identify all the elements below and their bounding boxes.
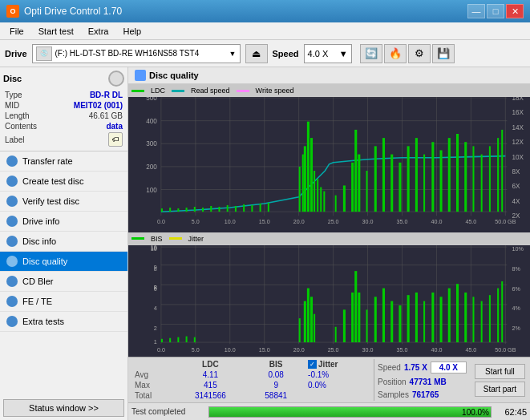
- svg-rect-86: [489, 146, 491, 212]
- svg-text:35.0: 35.0: [397, 345, 408, 353]
- svg-text:8X: 8X: [512, 168, 521, 176]
- sidebar-item-create-test-disc[interactable]: Create test disc: [0, 172, 127, 192]
- svg-text:30.0: 30.0: [362, 219, 374, 225]
- eject-button[interactable]: ⏏: [245, 44, 268, 63]
- svg-rect-61: [299, 167, 301, 212]
- disc-section: Disc Type BD-R DL MID MEIT02 (001) Lengt…: [0, 67, 127, 151]
- svg-text:6X: 6X: [512, 184, 521, 191]
- menu-file[interactable]: File: [3, 25, 30, 38]
- write-speed-legend-color: [237, 90, 249, 92]
- svg-text:40.0: 40.0: [431, 345, 442, 353]
- svg-text:200: 200: [146, 164, 157, 171]
- sidebar-item-verify-test-disc[interactable]: Verify test disc: [0, 192, 127, 212]
- svg-rect-148: [358, 293, 360, 342]
- svg-rect-50: [218, 207, 220, 212]
- progress-label: Test completed: [131, 407, 204, 416]
- disc-info-icon: [6, 236, 18, 247]
- label-icon: 🏷: [108, 132, 123, 147]
- read-speed-legend-label: Read speed: [191, 87, 230, 95]
- svg-rect-45: [177, 208, 179, 212]
- close-button[interactable]: ✕: [506, 4, 524, 18]
- sidebar-item-transfer-rate[interactable]: Transfer rate: [0, 151, 127, 172]
- svg-text:6%: 6%: [512, 285, 521, 292]
- bottom-chart-container: BIS Jitter: [128, 232, 530, 357]
- settings-button[interactable]: ⚙: [408, 44, 431, 63]
- mid-label: MID: [5, 101, 19, 110]
- svg-rect-72: [374, 146, 377, 212]
- maximize-button[interactable]: □: [487, 4, 504, 18]
- svg-text:5.0: 5.0: [192, 219, 200, 225]
- svg-rect-52: [235, 206, 237, 212]
- svg-rect-140: [304, 301, 306, 341]
- svg-rect-62: [302, 155, 304, 212]
- drive-disc-icon: 💿: [36, 46, 52, 61]
- menu-start-test[interactable]: Start test: [32, 25, 80, 38]
- svg-rect-81: [448, 138, 451, 212]
- save-button[interactable]: 💾: [432, 44, 455, 63]
- svg-rect-158: [440, 297, 443, 342]
- refresh-button[interactable]: 🔄: [360, 44, 382, 63]
- extra-tests-icon: [6, 316, 18, 327]
- speed-selector[interactable]: 4.0 X ▼: [304, 44, 352, 63]
- svg-rect-136: [177, 337, 179, 341]
- svg-text:30.0: 30.0: [362, 345, 374, 353]
- sidebar-item-fe-te[interactable]: FE / TE: [0, 292, 127, 312]
- sidebar-item-disc-info[interactable]: Disc info: [0, 232, 127, 252]
- bis-legend-label: BIS: [151, 235, 163, 243]
- svg-rect-157: [431, 293, 434, 342]
- svg-rect-161: [464, 293, 467, 342]
- svg-rect-159: [448, 288, 451, 342]
- svg-rect-73: [382, 138, 385, 212]
- start-full-button[interactable]: Start full: [475, 364, 525, 379]
- svg-rect-135: [169, 337, 171, 341]
- speed-row-value1: 1.75 X: [404, 363, 427, 372]
- disc-quality-label: Disc quality: [22, 256, 67, 266]
- disc-section-label: Disc: [3, 74, 22, 83]
- drive-info-icon: [6, 216, 18, 227]
- ldc-legend-color: [131, 90, 144, 92]
- menu-help[interactable]: Help: [116, 25, 148, 38]
- svg-rect-79: [431, 142, 434, 212]
- svg-text:4%: 4%: [512, 305, 521, 312]
- speed-row: Speed 1.75 X 4.0 X: [378, 361, 467, 374]
- disc-quality-icon: [6, 256, 18, 267]
- svg-rect-144: [335, 326, 337, 341]
- fe-te-label: FE / TE: [22, 297, 52, 306]
- length-label: Length: [5, 111, 30, 120]
- label-label: Label: [5, 135, 24, 144]
- progress-track: 100.0%: [208, 406, 492, 418]
- drive-dropdown-arrow: ▼: [229, 50, 237, 58]
- svg-text:6: 6: [154, 285, 157, 292]
- menu-extra[interactable]: Extra: [82, 25, 115, 38]
- svg-rect-142: [310, 297, 313, 342]
- avg-jitter: -0.1%: [305, 370, 370, 380]
- title-bar: O Opti Drive Control 1.70 — □ ✕: [0, 0, 530, 22]
- total-bis: 58841: [247, 390, 305, 401]
- svg-text:20.0: 20.0: [293, 345, 305, 353]
- samples-label: Samples: [378, 390, 409, 399]
- drive-selector[interactable]: 💿 (F:) HL-DT-ST BD-RE WH16NS58 TST4 ▼: [32, 44, 241, 63]
- svg-rect-165: [497, 288, 499, 342]
- ldc-legend-label: LDC: [151, 87, 165, 95]
- svg-text:12X: 12X: [512, 139, 524, 146]
- svg-rect-143: [314, 313, 315, 341]
- start-part-button[interactable]: Start part: [475, 382, 525, 397]
- svg-rect-57: [304, 146, 306, 212]
- svg-rect-147: [354, 271, 357, 342]
- progress-fill: [209, 407, 491, 417]
- speed-position-panel: Speed 1.75 X 4.0 X Position 47731 MB Sam…: [374, 359, 470, 401]
- svg-text:45.0: 45.0: [465, 219, 476, 225]
- jitter-checkbox[interactable]: ✓: [308, 360, 317, 369]
- sidebar-item-cd-bler[interactable]: CD Bler: [0, 272, 127, 292]
- minimize-button[interactable]: —: [467, 4, 485, 18]
- sidebar-item-drive-info[interactable]: Drive info: [0, 212, 127, 232]
- sidebar-item-disc-quality[interactable]: Disc quality: [0, 252, 127, 272]
- progress-percent: 100.0%: [462, 407, 489, 418]
- status-window-button[interactable]: Status window >>: [3, 399, 124, 417]
- burn-button[interactable]: 🔥: [384, 44, 407, 63]
- svg-text:500: 500: [146, 97, 157, 102]
- svg-rect-44: [169, 208, 171, 212]
- contents-label: Contents: [5, 122, 37, 131]
- sidebar-item-extra-tests[interactable]: Extra tests: [0, 312, 127, 332]
- create-test-icon: [6, 176, 18, 187]
